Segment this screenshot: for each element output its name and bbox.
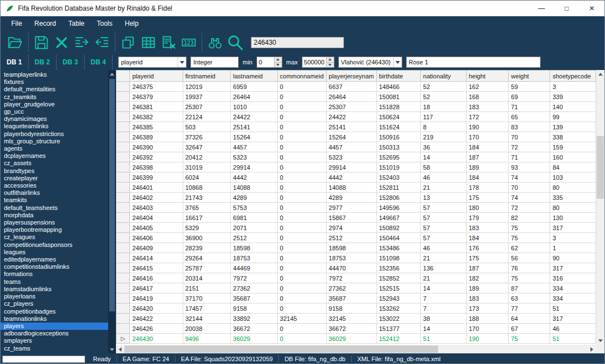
- cell[interactable]: 153262: [376, 304, 421, 314]
- cell[interactable]: 29914: [231, 162, 278, 172]
- cell[interactable]: 170: [466, 132, 509, 142]
- cell[interactable]: 37326: [183, 132, 230, 142]
- cell[interactable]: 25307: [183, 102, 230, 112]
- cell[interactable]: 0: [277, 82, 326, 92]
- cell[interactable]: 187: [466, 152, 509, 162]
- cell[interactable]: 15264: [231, 132, 278, 142]
- row-header[interactable]: [117, 162, 130, 172]
- table-row[interactable]: 24637919937264640264641500815216869339: [117, 92, 596, 102]
- cell[interactable]: 117: [421, 112, 466, 122]
- cell[interactable]: 14: [421, 324, 466, 334]
- cell[interactable]: 246426: [130, 324, 183, 334]
- cell[interactable]: 316: [550, 273, 596, 283]
- close-button[interactable]: ✕: [579, 1, 604, 16]
- cell[interactable]: 72: [509, 203, 550, 213]
- sidebar-item-competitionbadges[interactable]: competitionbadges: [1, 308, 108, 315]
- cell[interactable]: 103: [550, 172, 596, 183]
- cell[interactable]: 26464: [231, 92, 278, 102]
- sidebar-item-leagueteamlinks[interactable]: leagueteamlinks: [1, 123, 108, 130]
- cell[interactable]: 32144: [183, 314, 230, 324]
- cell[interactable]: 162: [466, 82, 509, 92]
- cell[interactable]: 35687: [231, 293, 278, 304]
- column-header-shoetypecode[interactable]: shoetypecode: [550, 71, 596, 82]
- table-row[interactable]: 246392204125323053231526951418771160: [117, 152, 596, 162]
- sidebar-item-playersuspensions[interactable]: playersuspensions: [1, 219, 108, 226]
- delete-record-button[interactable]: [52, 32, 72, 53]
- scroll-up-icon[interactable]: [596, 70, 604, 78]
- renumber-123-button[interactable]: 123: [179, 32, 199, 53]
- cell[interactable]: 65: [509, 112, 550, 122]
- row-header[interactable]: [117, 293, 130, 304]
- row-header[interactable]: [117, 213, 130, 223]
- import-squad-button[interactable]: [72, 32, 92, 53]
- row-header[interactable]: [117, 304, 130, 314]
- min-spinner[interactable]: [257, 57, 282, 68]
- cell[interactable]: 21743: [183, 193, 230, 203]
- cell[interactable]: 52: [421, 92, 466, 102]
- cell[interactable]: 175: [466, 253, 509, 263]
- column-header-lastnameid[interactable]: lastnameid: [231, 71, 278, 82]
- sidebar-item-teamplayerlinks[interactable]: teamplayerlinks: [1, 71, 108, 78]
- cell[interactable]: 4289: [326, 193, 376, 203]
- cell[interactable]: 99: [550, 112, 596, 122]
- cell[interactable]: 0: [277, 263, 326, 273]
- cell[interactable]: 37170: [183, 293, 230, 304]
- cell[interactable]: 151019: [376, 162, 421, 172]
- row-header[interactable]: [117, 132, 130, 142]
- sidebar-item-smplayers[interactable]: smplayers: [1, 337, 108, 344]
- table-row[interactable]: 2464201745791580915815326271737751: [117, 304, 596, 314]
- cell[interactable]: 18598: [326, 243, 376, 253]
- cell[interactable]: 77: [509, 304, 550, 314]
- sidebar-item-outfithairlinks[interactable]: outfithairlinks: [1, 189, 108, 197]
- cell[interactable]: 1: [550, 243, 596, 253]
- scroll-down-icon[interactable]: [596, 337, 604, 345]
- column-header-commonnameid[interactable]: commonnameid: [277, 71, 326, 82]
- cell[interactable]: 176: [466, 243, 509, 253]
- cell[interactable]: 150464: [376, 233, 421, 243]
- sidebar-scrollbar-thumb[interactable]: [109, 79, 115, 311]
- cell[interactable]: 57: [421, 213, 466, 223]
- cell[interactable]: 0: [277, 324, 326, 334]
- cell[interactable]: 0: [277, 243, 326, 253]
- cell[interactable]: 317: [550, 223, 596, 233]
- cell[interactable]: 80: [550, 183, 596, 193]
- cell[interactable]: 57: [421, 203, 466, 213]
- cell[interactable]: 6637: [326, 82, 376, 92]
- cell[interactable]: 150313: [376, 142, 421, 152]
- column-header-birthdate[interactable]: birthdate: [376, 71, 421, 82]
- row-header[interactable]: [117, 112, 130, 122]
- cell[interactable]: 178: [466, 183, 509, 193]
- cell[interactable]: 18753: [326, 253, 376, 263]
- cell[interactable]: 151098: [376, 253, 421, 263]
- sidebar-item-agents[interactable]: agents: [1, 145, 108, 152]
- tab-db-4[interactable]: DB 4: [85, 54, 113, 70]
- cell[interactable]: 0: [277, 283, 326, 293]
- cell[interactable]: 5329: [183, 223, 230, 233]
- cell[interactable]: 9158: [326, 304, 376, 314]
- table-row[interactable]: 2464142926418753018753151098211755690: [117, 253, 596, 263]
- table-row[interactable]: 24640553292071029741508925718375317: [117, 223, 596, 233]
- cell[interactable]: 246404: [130, 213, 183, 223]
- cell[interactable]: 184: [466, 233, 509, 243]
- cell[interactable]: 25307: [326, 102, 376, 112]
- row-header[interactable]: [117, 92, 130, 102]
- cell[interactable]: 16617: [183, 213, 230, 223]
- cell[interactable]: 6981: [231, 213, 278, 223]
- cell[interactable]: 8: [421, 122, 466, 132]
- cell[interactable]: 168: [466, 92, 509, 102]
- grid-vertical-scrollbar[interactable]: [596, 70, 604, 345]
- cell[interactable]: 246399: [130, 172, 183, 183]
- table-row[interactable]: 24638550325141025141151624819083139: [117, 122, 596, 132]
- cell[interactable]: 189: [466, 162, 509, 172]
- cell[interactable]: 25787: [183, 263, 230, 273]
- open-folder-button[interactable]: [5, 32, 25, 53]
- cell[interactable]: 57: [421, 233, 466, 243]
- cell[interactable]: 74: [509, 172, 550, 183]
- cell[interactable]: 0: [277, 122, 326, 132]
- sidebar-item-createplayer[interactable]: createplayer: [1, 175, 108, 182]
- cell[interactable]: 4289: [231, 193, 278, 203]
- cell[interactable]: 75: [509, 233, 550, 243]
- row-header[interactable]: [117, 183, 130, 193]
- table-row[interactable]: 246415257874446904447015235613618776317: [117, 263, 596, 273]
- player-name-input[interactable]: [406, 57, 541, 68]
